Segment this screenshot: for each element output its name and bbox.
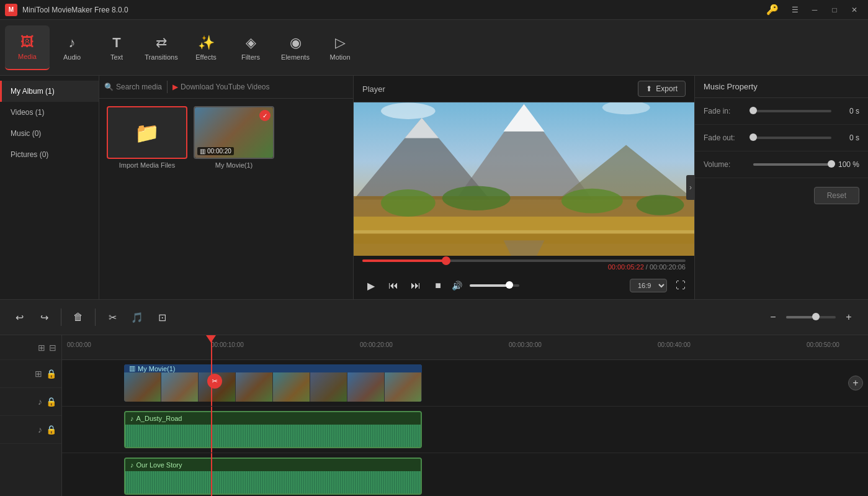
audio-label: Audio: [63, 53, 81, 61]
add-video-track-icon[interactable]: ⊞: [38, 343, 45, 353]
add-audio-track-icon[interactable]: ⊟: [49, 343, 56, 353]
volume-prop-slider[interactable]: [753, 163, 831, 166]
ruler-mark-30: 00:00:30:00: [509, 341, 542, 348]
audio-clip-1[interactable]: ♪ A_Dusty_Road: [124, 411, 422, 448]
volume-handle[interactable]: [506, 281, 513, 289]
next-frame-button[interactable]: ⏭: [407, 277, 424, 294]
fade-in-handle[interactable]: [749, 107, 757, 114]
media-area: 🔍 Search media ▶ Download YouTube Videos…: [99, 76, 353, 299]
reset-button[interactable]: Reset: [814, 187, 859, 204]
gold-icon: 🔑: [766, 4, 779, 16]
redo-button[interactable]: ↪: [34, 307, 55, 328]
panel-collapse-button[interactable]: ›: [686, 175, 695, 200]
video-track-row: ✂ ▥ My Movie(1): [62, 360, 868, 407]
toolbar-item-motion[interactable]: ▷ Motion: [318, 25, 362, 70]
media-toolbar-divider: [167, 81, 168, 93]
minimize-button[interactable]: ─: [806, 4, 823, 16]
toolbar-item-audio[interactable]: ♪ Audio: [50, 25, 94, 70]
audio1-clip-header: ♪ A_Dusty_Road: [125, 412, 421, 425]
zoom-handle[interactable]: [812, 313, 820, 320]
video-track-add-button[interactable]: +: [848, 376, 863, 390]
audio2-clip-icon: ♪: [130, 461, 134, 469]
sidebar-item-myalbum[interactable]: My Album (1): [0, 81, 99, 102]
crop-button[interactable]: ⊡: [151, 307, 172, 328]
timeline-controls: ⊞ ⊟ ⊞ 🔒 ♪ 🔒 ♪ 🔒: [0, 335, 62, 496]
toolbar-item-filters[interactable]: ◈ Filters: [228, 25, 273, 70]
volume-slider[interactable]: [470, 284, 519, 287]
audio1-waveform: [125, 425, 421, 447]
sidebar-item-pictures[interactable]: Pictures (0): [0, 144, 99, 165]
video-track-icon: ⊞: [35, 369, 42, 379]
toolbar-separator-2: [95, 309, 96, 326]
title-bar: M MiniTool MovieMaker Free 8.0.0 🔑 ☰ ─ □…: [0, 0, 868, 20]
toolbar-item-media[interactable]: 🖼 Media: [5, 25, 50, 70]
search-media-button[interactable]: 🔍 Search media: [104, 83, 162, 91]
export-button[interactable]: ⬆ Export: [638, 81, 686, 97]
toolbar-item-text[interactable]: T Text: [94, 25, 139, 70]
prev-frame-button[interactable]: ⏮: [385, 277, 402, 294]
time-separator: /: [646, 263, 648, 271]
progress-handle[interactable]: [442, 256, 450, 265]
text-label: Text: [110, 53, 123, 61]
my-movie-thumb[interactable]: ▥ 00:00:20 ✓: [194, 106, 274, 159]
import-media-item[interactable]: 📁 Import Media Files: [107, 106, 187, 169]
fade-out-slider[interactable]: [753, 137, 831, 139]
close-button[interactable]: ✕: [846, 4, 863, 16]
fade-out-handle[interactable]: [749, 133, 757, 141]
import-media-thumb[interactable]: 📁: [107, 106, 187, 159]
svg-point-9: [381, 189, 436, 217]
aspect-ratio-select[interactable]: 16:9 4:3 1:1: [630, 279, 667, 292]
player-time: 00:00:05:22 / 00:00:20:06: [362, 263, 686, 271]
elements-label: Elements: [281, 53, 310, 61]
audio2-track-lock[interactable]: 🔒: [46, 425, 56, 435]
maximize-button[interactable]: □: [826, 4, 843, 16]
fade-out-value: 0 s: [831, 133, 859, 142]
bottom-toolbar: ↩ ↪ 🗑 ✂ 🎵 ⊡ − +: [0, 299, 868, 335]
toolbar-item-elements[interactable]: ◉ Elements: [273, 25, 318, 70]
window-controls: ☰ ─ □ ✕: [786, 4, 863, 16]
player-header: Player ⬆ Export: [354, 76, 694, 102]
progress-bar[interactable]: [362, 259, 686, 262]
zoom-slider[interactable]: [786, 316, 836, 318]
download-youtube-button[interactable]: ▶ Download YouTube Videos: [172, 83, 269, 91]
fullscreen-button[interactable]: ⛶: [676, 280, 686, 291]
video-track-lock[interactable]: 🔒: [46, 369, 56, 379]
playhead-triangle: [206, 335, 216, 343]
my-movie-label: My Movie(1): [215, 161, 253, 169]
sidebar: My Album (1) Videos (1) Music (0) Pictur…: [0, 76, 99, 299]
audio-icon: ♪: [69, 35, 76, 51]
effects-icon: ✨: [198, 35, 215, 51]
folder-icon: 📁: [135, 121, 159, 145]
left-panel: My Album (1) Videos (1) Music (0) Pictur…: [0, 76, 354, 299]
audio-clip-2[interactable]: ♪ Our Love Story: [124, 458, 422, 495]
video-clip[interactable]: ▥ My Movie(1): [124, 364, 422, 402]
settings-button[interactable]: ☰: [786, 4, 803, 16]
timeline: ⊞ ⊟ ⊞ 🔒 ♪ 🔒 ♪ 🔒 00:00:00 00:00:10:00 00: [0, 335, 868, 496]
volume-prop-handle[interactable]: [828, 160, 835, 168]
my-movie-duration: ▥ 00:00:20: [197, 147, 234, 155]
volume-row: Volume: 100 %: [695, 151, 868, 178]
audio2-waveform: [125, 471, 421, 494]
export-label: Export: [656, 84, 678, 93]
sidebar-item-music[interactable]: Music (0): [0, 123, 99, 144]
audio1-track-lock[interactable]: 🔒: [46, 397, 56, 407]
zoom-out-button[interactable]: −: [763, 307, 784, 328]
toolbar-item-effects[interactable]: ✨ Effects: [184, 25, 228, 70]
my-movie-check: ✓: [259, 110, 271, 121]
undo-button[interactable]: ↩: [9, 307, 30, 328]
fade-in-slider[interactable]: [753, 110, 831, 112]
stop-button[interactable]: ■: [429, 277, 447, 294]
cut-button[interactable]: ✂: [102, 307, 123, 328]
sidebar-item-videos[interactable]: Videos (1): [0, 102, 99, 123]
my-movie-media-item[interactable]: ▥ 00:00:20 ✓ My Movie(1): [194, 106, 274, 169]
zoom-in-button[interactable]: +: [838, 307, 859, 328]
duration-value: 00:00:20: [207, 148, 231, 155]
volume-icon[interactable]: 🔊: [452, 281, 462, 291]
video-thumb-8: [385, 372, 422, 402]
main-toolbar: 🖼 Media ♪ Audio T Text ⇄ Transitions ✨ E…: [0, 20, 868, 76]
delete-button[interactable]: 🗑: [68, 307, 89, 328]
detach-audio-button[interactable]: 🎵: [127, 307, 148, 328]
play-button[interactable]: ▶: [362, 277, 380, 294]
toolbar-item-transitions[interactable]: ⇄ Transitions: [139, 25, 184, 70]
filters-label: Filters: [241, 53, 260, 61]
